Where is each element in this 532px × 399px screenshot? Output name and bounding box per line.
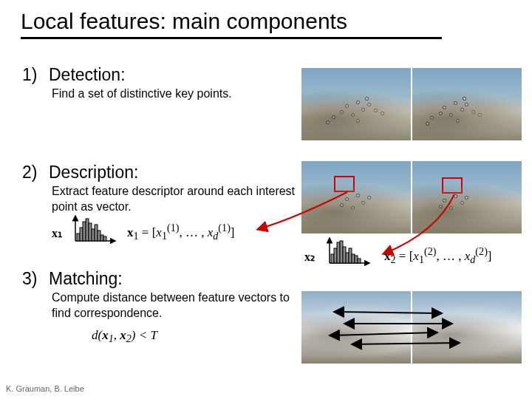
svg-rect-22 — [355, 256, 358, 263]
histogram-icon — [325, 236, 372, 266]
histogram-icon — [71, 214, 118, 244]
mountain-image-right — [412, 161, 522, 233]
section-heading: Detection: — [49, 65, 126, 85]
match-lines-icon — [301, 291, 523, 365]
svg-rect-16 — [337, 242, 340, 263]
svg-rect-3 — [80, 228, 83, 241]
feature-rect-icon — [334, 176, 355, 192]
svg-rect-23 — [358, 259, 361, 263]
mountain-image-left — [301, 161, 411, 233]
mountain-image-right — [412, 68, 522, 140]
credit-text: K. Grauman, B. Leibe — [6, 384, 84, 393]
svg-line-24 — [335, 312, 440, 313]
section-heading: Description: — [49, 163, 138, 183]
svg-rect-19 — [346, 253, 349, 263]
svg-rect-2 — [77, 233, 80, 241]
x2-label: x₂ — [304, 250, 315, 264]
svg-line-26 — [331, 332, 436, 335]
detection-image-pair — [301, 68, 522, 140]
section-number: 2) — [22, 163, 40, 183]
section-number: 1) — [22, 65, 40, 85]
section-detection: 1) Detection: Find a set of distinctive … — [22, 65, 296, 102]
section-heading: Matching: — [49, 269, 123, 289]
svg-rect-7 — [92, 229, 95, 241]
svg-rect-10 — [100, 235, 103, 241]
svg-rect-11 — [103, 236, 106, 241]
x2-vector: x2 = [x1(2), … , xd(2)] — [384, 245, 492, 266]
svg-rect-20 — [349, 248, 352, 263]
section-description-text: Extract feature descriptor around each i… — [52, 184, 296, 215]
feature-rect-icon — [442, 177, 463, 194]
svg-rect-4 — [83, 222, 86, 241]
x1-vector: x1 = [x1(1), … , xd(1)] — [127, 222, 235, 242]
section-matching: 3) Matching: Compute distance between fe… — [22, 269, 296, 321]
svg-rect-21 — [352, 254, 355, 263]
description-image-pair — [301, 161, 522, 233]
svg-rect-5 — [86, 219, 89, 241]
x1-label: x₁ — [52, 226, 62, 240]
section-description: Find a set of distinctive key points. — [52, 86, 296, 102]
slide-title: Local features: main components — [21, 9, 442, 39]
svg-line-27 — [353, 343, 458, 344]
distance-formula: d(x1, x2) < T — [92, 328, 157, 345]
svg-rect-14 — [331, 254, 334, 263]
section-description: Compute distance between feature vectors… — [52, 290, 296, 321]
svg-rect-9 — [98, 231, 100, 241]
section-number: 3) — [22, 269, 40, 289]
svg-rect-17 — [340, 241, 343, 263]
section-description: 2) Description: Extract feature descript… — [22, 163, 296, 215]
svg-rect-8 — [95, 225, 98, 241]
svg-rect-15 — [334, 248, 337, 263]
svg-rect-18 — [343, 247, 346, 263]
mountain-image-left — [301, 68, 411, 140]
svg-rect-6 — [89, 223, 92, 241]
